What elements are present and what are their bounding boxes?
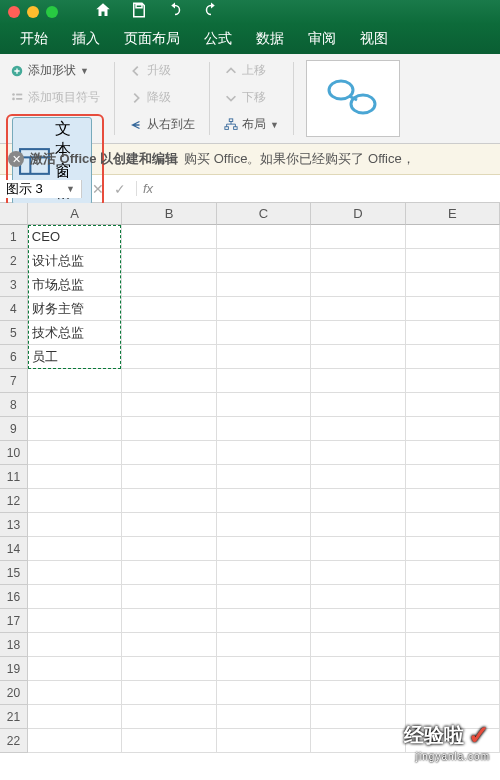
row-header[interactable]: 17 [0, 609, 28, 633]
confirm-formula-icon[interactable]: ✓ [114, 181, 126, 197]
cell[interactable] [28, 561, 122, 585]
cell[interactable] [217, 537, 311, 561]
column-header-c[interactable]: C [217, 203, 311, 225]
cell[interactable] [217, 681, 311, 705]
cell[interactable] [406, 369, 500, 393]
cell[interactable] [122, 633, 216, 657]
cell[interactable] [217, 441, 311, 465]
cell[interactable] [217, 321, 311, 345]
tab-start[interactable]: 开始 [8, 24, 60, 54]
tab-insert[interactable]: 插入 [60, 24, 112, 54]
cell[interactable] [122, 561, 216, 585]
cell[interactable] [406, 249, 500, 273]
cell[interactable] [217, 225, 311, 249]
cell[interactable] [28, 393, 122, 417]
cell[interactable] [122, 273, 216, 297]
select-all-corner[interactable] [0, 203, 28, 225]
close-message-button[interactable]: ✕ [8, 151, 24, 167]
cell[interactable] [217, 489, 311, 513]
cancel-formula-icon[interactable]: ✕ [92, 181, 104, 197]
row-header[interactable]: 12 [0, 489, 28, 513]
cell[interactable] [217, 297, 311, 321]
name-box[interactable]: 图示 3 ▼ [0, 180, 82, 198]
cell[interactable] [28, 681, 122, 705]
cell[interactable]: 设计总监 [28, 249, 122, 273]
cell[interactable] [311, 585, 405, 609]
cell[interactable] [311, 609, 405, 633]
row-header[interactable]: 13 [0, 513, 28, 537]
demote-button[interactable]: 降级 [125, 87, 199, 108]
cell[interactable] [406, 321, 500, 345]
cell[interactable] [311, 729, 405, 753]
cell[interactable]: 市场总监 [28, 273, 122, 297]
cell[interactable] [311, 633, 405, 657]
cell[interactable] [406, 681, 500, 705]
row-header[interactable]: 16 [0, 585, 28, 609]
cell[interactable] [217, 417, 311, 441]
cell[interactable] [28, 585, 122, 609]
cell[interactable] [311, 273, 405, 297]
row-header[interactable]: 1 [0, 225, 28, 249]
cell[interactable] [311, 345, 405, 369]
cell[interactable] [311, 441, 405, 465]
save-icon[interactable] [130, 1, 148, 23]
home-icon[interactable] [94, 1, 112, 23]
cell[interactable] [217, 465, 311, 489]
cell[interactable] [217, 705, 311, 729]
close-window[interactable] [8, 6, 20, 18]
row-header[interactable]: 14 [0, 537, 28, 561]
row-header[interactable]: 20 [0, 681, 28, 705]
cell[interactable] [217, 393, 311, 417]
cell[interactable] [311, 393, 405, 417]
cell[interactable] [122, 321, 216, 345]
cell[interactable] [311, 489, 405, 513]
tab-formulas[interactable]: 公式 [192, 24, 244, 54]
cell[interactable] [311, 249, 405, 273]
undo-icon[interactable] [166, 1, 184, 23]
row-header[interactable]: 19 [0, 657, 28, 681]
cell[interactable] [122, 537, 216, 561]
cell[interactable] [406, 441, 500, 465]
cell[interactable] [217, 369, 311, 393]
cell[interactable] [217, 273, 311, 297]
cell[interactable] [28, 657, 122, 681]
cell[interactable] [311, 537, 405, 561]
cell[interactable] [217, 657, 311, 681]
cell[interactable] [122, 249, 216, 273]
cell[interactable] [28, 537, 122, 561]
cell[interactable] [122, 513, 216, 537]
cell[interactable] [406, 585, 500, 609]
cell[interactable] [28, 609, 122, 633]
cell[interactable] [217, 345, 311, 369]
minimize-window[interactable] [27, 6, 39, 18]
cell[interactable] [28, 369, 122, 393]
cell[interactable] [28, 729, 122, 753]
maximize-window[interactable] [46, 6, 58, 18]
promote-button[interactable]: 升级 [125, 60, 199, 81]
cell[interactable] [217, 249, 311, 273]
cell[interactable] [122, 441, 216, 465]
cell[interactable] [406, 465, 500, 489]
cell[interactable] [217, 561, 311, 585]
cell[interactable] [217, 585, 311, 609]
row-header[interactable]: 11 [0, 465, 28, 489]
row-header[interactable]: 10 [0, 441, 28, 465]
cell[interactable] [217, 609, 311, 633]
tab-review[interactable]: 审阅 [296, 24, 348, 54]
row-header[interactable]: 18 [0, 633, 28, 657]
cell[interactable] [406, 513, 500, 537]
column-header-e[interactable]: E [406, 203, 500, 225]
row-header[interactable]: 15 [0, 561, 28, 585]
cell[interactable] [122, 297, 216, 321]
row-header[interactable]: 22 [0, 729, 28, 753]
cell[interactable] [122, 489, 216, 513]
cell[interactable] [311, 321, 405, 345]
row-header[interactable]: 9 [0, 417, 28, 441]
smartart-gallery[interactable] [306, 60, 400, 137]
cell[interactable] [122, 345, 216, 369]
column-header-b[interactable]: B [122, 203, 216, 225]
move-down-button[interactable]: 下移 [220, 87, 283, 108]
cell[interactable] [406, 657, 500, 681]
cell[interactable]: CEO [28, 225, 122, 249]
cell[interactable] [28, 513, 122, 537]
